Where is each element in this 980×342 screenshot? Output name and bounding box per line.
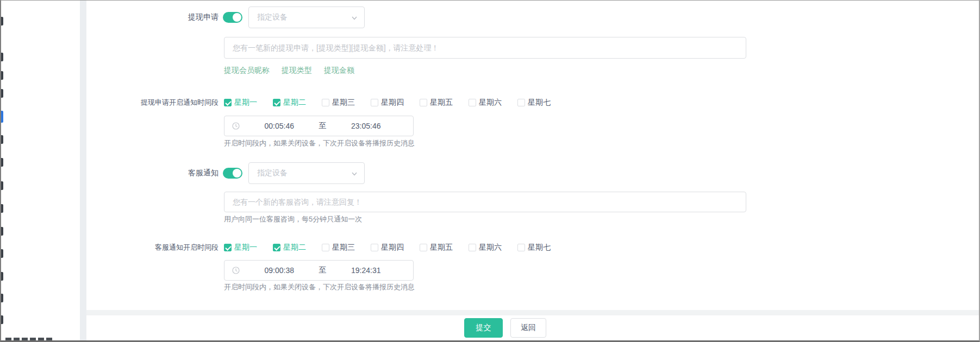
withdraw-label: 提现申请: [86, 12, 219, 22]
checkbox-icon: [469, 244, 476, 251]
weekday-checkbox-group: 星期一 星期二 星期三 星期四 星期五: [224, 98, 566, 107]
checkbox-icon: [517, 244, 525, 251]
weekday-checkbox-thu[interactable]: 星期四: [371, 98, 404, 107]
select-placeholder: 指定设备: [257, 168, 288, 178]
menu-icon-fragment: [1, 181, 3, 190]
content-area: 提现申请 指定设备 提现会: [86, 1, 979, 340]
clock-icon: [232, 267, 240, 274]
checkbox-icon: [322, 244, 329, 251]
checkbox-icon: [273, 244, 280, 251]
withdraw-device-select[interactable]: 指定设备: [248, 7, 365, 28]
weekday-checkbox-wed[interactable]: 星期三: [322, 243, 355, 252]
collapsed-menu-sliver: [1, 1, 3, 340]
insert-tag-link[interactable]: 提现会员昵称: [224, 65, 270, 75]
weekday-checkbox-tue[interactable]: 星期二: [273, 98, 306, 107]
time-start-value[interactable]: 00:05:46: [240, 122, 319, 130]
time-separator: 至: [319, 265, 327, 275]
notification-settings-form: 提现申请 指定设备 提现会: [86, 1, 979, 292]
menu-icon-fragment: [1, 135, 3, 144]
weekday-checkbox-sun[interactable]: 星期七: [517, 243, 551, 252]
clock-icon: [232, 122, 240, 130]
service-message-input[interactable]: [224, 192, 746, 212]
withdraw-message-row: [86, 37, 979, 59]
checkbox-icon: [371, 99, 378, 106]
toggle-knob: [233, 169, 241, 178]
settings-form-card: 提现申请 指定设备 提现会: [86, 1, 979, 310]
withdraw-schedule-hint-row: 开启时间段内，如果关闭设备，下次开启设备将播报历史消息: [86, 139, 979, 148]
menu-icon-fragment: [1, 71, 3, 80]
hint-text: 开启时间段内，如果关闭设备，下次开启设备将播报历史消息: [224, 139, 415, 148]
chevron-down-icon: [351, 15, 358, 21]
checkbox-icon: [273, 99, 280, 106]
submit-button[interactable]: 提交: [464, 318, 503, 338]
footer-buttons: 提交 返回: [464, 318, 546, 338]
weekday-checkbox-thu[interactable]: 星期四: [371, 243, 404, 252]
withdraw-insert-tags: 提现会员昵称 提现类型 提现金额: [86, 65, 979, 75]
withdraw-schedule-label: 提现申请开启通知时间段: [86, 97, 219, 107]
service-time-range-row: 09:00:38 至 19:24:31: [86, 260, 979, 281]
time-end-value[interactable]: 23:05:46: [327, 122, 406, 130]
checkbox-icon: [420, 244, 427, 251]
weekday-checkbox-sat[interactable]: 星期六: [469, 98, 502, 107]
weekday-checkbox-fri[interactable]: 星期五: [420, 243, 453, 252]
toggle-knob: [233, 13, 241, 22]
service-toggle-row: 客服通知 指定设备: [86, 162, 979, 184]
menu-icon-fragment: [1, 17, 3, 26]
service-schedule-days-row: 客服通知开启时间段 星期一 星期二 星期三: [86, 242, 979, 252]
menu-icon-fragment: [1, 89, 3, 98]
time-start-value[interactable]: 09:00:38: [240, 266, 319, 275]
insert-tag-link[interactable]: 提现类型: [282, 65, 312, 75]
service-time-range-picker[interactable]: 09:00:38 至 19:24:31: [224, 260, 414, 281]
time-separator: 至: [319, 121, 327, 131]
weekday-checkbox-fri[interactable]: 星期五: [420, 98, 453, 107]
menu-icon-fragment: [1, 315, 3, 324]
checkbox-icon: [469, 99, 476, 106]
withdraw-schedule-days-row: 提现申请开启通知时间段 星期一 星期二 星期三: [86, 97, 979, 107]
menu-icon-fragment: [1, 204, 3, 213]
back-button[interactable]: 返回: [510, 318, 546, 338]
withdraw-message-input[interactable]: [224, 37, 746, 59]
time-end-value[interactable]: 19:24:31: [327, 266, 406, 275]
checkbox-icon: [224, 99, 232, 106]
insert-tag-link[interactable]: 提现金额: [324, 65, 354, 75]
withdraw-time-range-row: 00:05:46 至 23:05:46: [86, 116, 979, 136]
menu-icon-fragment: [1, 53, 3, 61]
weekday-checkbox-group: 星期一 星期二 星期三 星期四 星期五: [224, 243, 566, 252]
menu-icon-fragment: [1, 272, 3, 281]
weekday-checkbox-mon[interactable]: 星期一: [224, 98, 257, 107]
service-schedule-hint-row: 开启时间段内，如果关闭设备，下次开启设备将播报历史消息: [86, 283, 979, 292]
service-message-row: [86, 192, 979, 212]
withdraw-time-range-picker[interactable]: 00:05:46 至 23:05:46: [224, 116, 414, 136]
footer-bar: 提交 返回: [86, 315, 979, 340]
hint-text: 用户向同一位客服咨询，每5分钟只通知一次: [224, 215, 362, 224]
service-toggle[interactable]: [223, 168, 242, 179]
menu-icon-fragment: [1, 294, 3, 302]
app-window: 提现申请 指定设备 提现会: [0, 0, 980, 342]
clipped-text-fragment: [5, 338, 54, 340]
select-placeholder: 指定设备: [257, 12, 288, 22]
menu-icon-fragment: [1, 227, 3, 236]
service-hint-row: 用户向同一位客服咨询，每5分钟只通知一次: [86, 215, 979, 224]
active-menu-icon-fragment: [1, 111, 3, 123]
chevron-down-icon: [351, 170, 358, 177]
weekday-checkbox-wed[interactable]: 星期三: [322, 98, 355, 107]
withdraw-toggle[interactable]: [223, 12, 242, 23]
weekday-checkbox-mon[interactable]: 星期一: [224, 243, 257, 252]
checkbox-icon: [420, 99, 427, 106]
withdraw-toggle-row: 提现申请 指定设备: [86, 7, 979, 28]
weekday-checkbox-sun[interactable]: 星期七: [517, 98, 551, 107]
weekday-checkbox-tue[interactable]: 星期二: [273, 243, 306, 252]
service-label: 客服通知: [86, 168, 219, 178]
service-device-select[interactable]: 指定设备: [248, 162, 365, 184]
hint-text: 开启时间段内，如果关闭设备，下次开启设备将播报历史消息: [224, 283, 415, 292]
weekday-checkbox-sat[interactable]: 星期六: [469, 243, 502, 252]
menu-icon-fragment: [1, 249, 3, 258]
sidebar-panel: [3, 1, 80, 340]
checkbox-icon: [371, 244, 378, 251]
footer-divider: [86, 310, 979, 315]
checkbox-icon: [322, 99, 329, 106]
menu-icon-fragment: [1, 158, 3, 167]
checkbox-icon: [224, 244, 232, 251]
service-schedule-label: 客服通知开启时间段: [86, 242, 219, 252]
checkbox-icon: [517, 99, 525, 106]
